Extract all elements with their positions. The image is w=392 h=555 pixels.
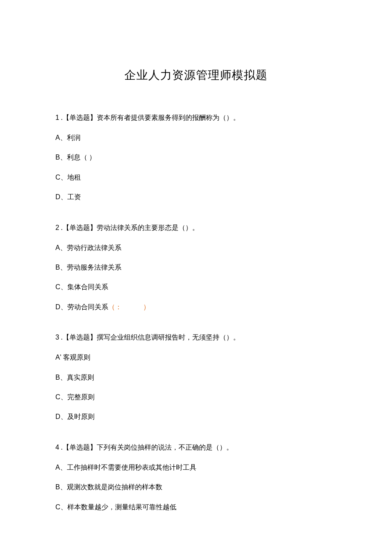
option-a: A、工作抽样时不需要使用秒表或其他计时工具: [55, 463, 337, 472]
option-d: D、劳动合同关系（：）: [55, 302, 337, 312]
option-letter: C、: [55, 283, 67, 291]
option-c: C、集体合同关系: [55, 282, 337, 292]
option-d: D、及时原则: [55, 412, 337, 421]
question-number: 3: [55, 334, 59, 341]
option-text: 样本数量越少，测量结果可靠性越低: [67, 503, 176, 511]
option-text: 集体合同关系: [67, 283, 108, 291]
option-text: 客观原则: [61, 354, 90, 361]
option-b: B、观测次数就是岗位抽样的样本数: [55, 482, 337, 492]
question-number: 1: [55, 114, 59, 121]
option-text: 真实原则: [67, 374, 94, 381]
page-title: 企业人力资源管理师模拟题: [55, 67, 337, 83]
question-text: 1 .【单选题】资本所有者提供要素服务得到的报酬称为（）。: [55, 113, 337, 123]
option-text: 及时原则: [67, 413, 95, 420]
question-2: 2 .【单选题】劳动法律关系的主要形态是（）。 A、劳动行政法律关系 B、劳动服…: [55, 223, 337, 312]
option-text: 劳动合同关系: [67, 303, 108, 311]
option-letter: A、: [55, 244, 67, 251]
option-letter: B、: [55, 374, 67, 381]
question-4: 4 .【单选题】下列有关岗位抽样的说法，不正确的是（）。 A、工作抽样时不需要使…: [55, 442, 337, 512]
option-letter: B、: [55, 154, 67, 161]
question-tag: 【单选题】: [63, 114, 97, 121]
option-c: C、地租: [55, 173, 337, 182]
question-text: 3 .【单选题】撰写企业组织信息调研报告时，无须坚持（）。: [55, 332, 337, 343]
option-text: 地租: [67, 174, 81, 181]
option-b: B、劳动服务法律关系: [55, 263, 337, 272]
answer-marker: （ ）: [81, 154, 96, 161]
option-text: 工资: [67, 193, 81, 200]
option-text: 完整原则: [67, 393, 95, 401]
option-a: A、利润: [55, 133, 337, 142]
option-letter: D、: [55, 193, 67, 200]
question-body: 劳动法律关系的主要形态是（）。: [97, 224, 199, 231]
option-text: 利息: [67, 154, 81, 161]
option-letter: D、: [55, 303, 67, 311]
option-text: 工作抽样时不需要使用秒表或其他计时工具: [67, 464, 196, 471]
option-letter: A': [55, 354, 61, 361]
question-body: 下列有关岗位抽样的说法，不正确的是（）。: [97, 444, 233, 451]
option-letter: C、: [55, 393, 67, 401]
option-text: 劳动服务法律关系: [67, 264, 121, 271]
option-c: C、样本数量越少，测量结果可靠性越低: [55, 503, 337, 512]
option-text: 观测次数就是岗位抽样的样本数: [67, 483, 162, 491]
question-number: 4: [55, 444, 59, 451]
question-tag: 【单选题】: [63, 334, 97, 341]
question-tag: 【单选题】: [63, 444, 97, 451]
question-text: 2 .【单选题】劳动法律关系的主要形态是（）。: [55, 223, 337, 233]
option-letter: C、: [55, 174, 67, 181]
question-3: 3 .【单选题】撰写企业组织信息调研报告时，无须坚持（）。 A' 客观原则 B、…: [55, 332, 337, 422]
question-number: 2: [55, 224, 59, 231]
option-text: 利润: [67, 134, 81, 141]
option-text: 劳动行政法律关系: [67, 244, 121, 251]
option-letter: C、: [55, 503, 67, 511]
option-a: A、劳动行政法律关系: [55, 243, 337, 253]
option-a: A' 客观原则: [55, 353, 337, 362]
option-letter: B、: [55, 483, 67, 491]
question-text: 4 .【单选题】下列有关岗位抽样的说法，不正确的是（）。: [55, 442, 337, 453]
answer-marker: （：）: [108, 303, 150, 311]
document-page: 企业人力资源管理师模拟题 1 .【单选题】资本所有者提供要素服务得到的报酬称为（…: [0, 0, 392, 555]
question-1: 1 .【单选题】资本所有者提供要素服务得到的报酬称为（）。 A、利润 B、利息（…: [55, 113, 337, 202]
question-tag: 【单选题】: [63, 224, 97, 231]
option-letter: D、: [55, 413, 67, 420]
option-c: C、完整原则: [55, 392, 337, 402]
option-b: B、真实原则: [55, 373, 337, 382]
option-b: B、利息（ ）: [55, 153, 337, 162]
option-letter: A、: [55, 134, 67, 141]
option-letter: B、: [55, 264, 67, 271]
question-body: 资本所有者提供要素服务得到的报酬称为（）。: [97, 114, 240, 121]
option-letter: A、: [55, 464, 67, 471]
question-body: 撰写企业组织信息调研报告时，无须坚持（）。: [97, 334, 240, 341]
option-d: D、工资: [55, 192, 337, 202]
